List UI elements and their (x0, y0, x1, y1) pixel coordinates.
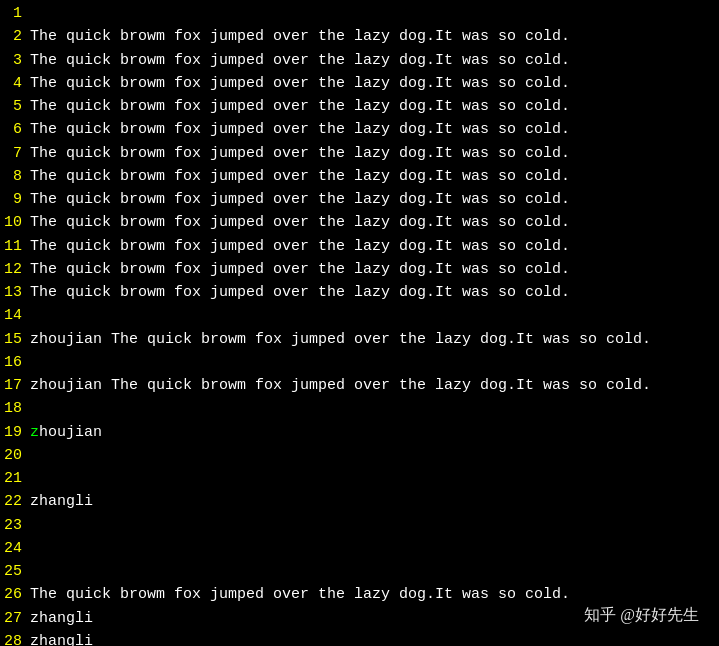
code-editor: 12The quick browm fox jumped over the la… (0, 0, 719, 646)
line: 6The quick browm fox jumped over the laz… (0, 118, 719, 141)
line-number: 22 (0, 490, 30, 513)
line: 11The quick browm fox jumped over the la… (0, 235, 719, 258)
line: 1 (0, 2, 719, 25)
line-content (30, 397, 719, 420)
line-number: 4 (0, 72, 30, 95)
line: 13The quick browm fox jumped over the la… (0, 281, 719, 304)
line-number: 19 (0, 421, 30, 444)
line-content (30, 2, 719, 25)
line-content: The quick browm fox jumped over the lazy… (30, 72, 719, 95)
line-number: 16 (0, 351, 30, 374)
line-number: 6 (0, 118, 30, 141)
line-number: 9 (0, 188, 30, 211)
line-number: 27 (0, 607, 30, 630)
line-content: The quick browm fox jumped over the lazy… (30, 49, 719, 72)
line-content (30, 514, 719, 537)
line-number: 5 (0, 95, 30, 118)
line-content: zhoujian The quick browm fox jumped over… (30, 374, 719, 397)
line-content: The quick browm fox jumped over the lazy… (30, 188, 719, 211)
line-number: 13 (0, 281, 30, 304)
line-content: The quick browm fox jumped over the lazy… (30, 281, 719, 304)
line: 23 (0, 514, 719, 537)
line: 15zhoujian The quick browm fox jumped ov… (0, 328, 719, 351)
line: 22zhangli (0, 490, 719, 513)
line-number: 17 (0, 374, 30, 397)
highlighted-char: z (30, 424, 39, 441)
line-number: 11 (0, 235, 30, 258)
line-number: 21 (0, 467, 30, 490)
line-content: The quick browm fox jumped over the lazy… (30, 142, 719, 165)
line: 25 (0, 560, 719, 583)
line-content: The quick browm fox jumped over the lazy… (30, 258, 719, 281)
line-content: zhangli (30, 490, 719, 513)
line-number: 24 (0, 537, 30, 560)
line-number: 12 (0, 258, 30, 281)
watermark: 知乎 @好好先生 (584, 603, 699, 628)
line: 3The quick browm fox jumped over the laz… (0, 49, 719, 72)
line: 2The quick browm fox jumped over the laz… (0, 25, 719, 48)
line-number: 28 (0, 630, 30, 646)
line-number: 18 (0, 397, 30, 420)
line: 18 (0, 397, 719, 420)
line-content: The quick browm fox jumped over the lazy… (30, 118, 719, 141)
line: 14 (0, 304, 719, 327)
line: 28zhangli (0, 630, 719, 646)
line-content (30, 304, 719, 327)
line-number: 23 (0, 514, 30, 537)
line: 17zhoujian The quick browm fox jumped ov… (0, 374, 719, 397)
line-number: 10 (0, 211, 30, 234)
line-number: 20 (0, 444, 30, 467)
line-content (30, 351, 719, 374)
line-number: 1 (0, 2, 30, 25)
line: 4The quick browm fox jumped over the laz… (0, 72, 719, 95)
line-number: 26 (0, 583, 30, 606)
line-number: 3 (0, 49, 30, 72)
line-number: 8 (0, 165, 30, 188)
line: 20 (0, 444, 719, 467)
line-content: The quick browm fox jumped over the lazy… (30, 211, 719, 234)
line-content: The quick browm fox jumped over the lazy… (30, 25, 719, 48)
line-number: 7 (0, 142, 30, 165)
line-content (30, 467, 719, 490)
line-content (30, 537, 719, 560)
line-content: The quick browm fox jumped over the lazy… (30, 235, 719, 258)
line: 5The quick browm fox jumped over the laz… (0, 95, 719, 118)
line-content: zhangli (30, 630, 719, 646)
line-number: 14 (0, 304, 30, 327)
line: 16 (0, 351, 719, 374)
line-number: 25 (0, 560, 30, 583)
line-number: 15 (0, 328, 30, 351)
line-content: zhoujian (30, 421, 719, 444)
line: 8The quick browm fox jumped over the laz… (0, 165, 719, 188)
line-content (30, 560, 719, 583)
line-content (30, 444, 719, 467)
line: 21 (0, 467, 719, 490)
line-number: 2 (0, 25, 30, 48)
line-content: zhoujian The quick browm fox jumped over… (30, 328, 719, 351)
line: 12The quick browm fox jumped over the la… (0, 258, 719, 281)
line: 24 (0, 537, 719, 560)
line: 9The quick browm fox jumped over the laz… (0, 188, 719, 211)
line-content: The quick browm fox jumped over the lazy… (30, 95, 719, 118)
line: 19zhoujian (0, 421, 719, 444)
line: 10The quick browm fox jumped over the la… (0, 211, 719, 234)
line-content: The quick browm fox jumped over the lazy… (30, 165, 719, 188)
line: 7The quick browm fox jumped over the laz… (0, 142, 719, 165)
